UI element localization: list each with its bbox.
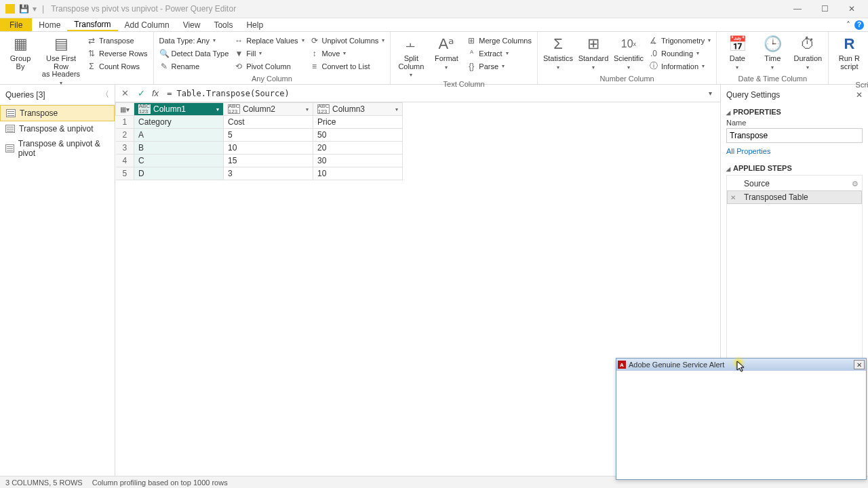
row-number[interactable]: 2	[116, 129, 134, 142]
tab-view[interactable]: View	[176, 18, 208, 31]
table-row[interactable]: 1CategoryCostPrice	[116, 116, 403, 129]
row-number[interactable]: 1	[116, 116, 134, 129]
parse-button[interactable]: {}Parse▾	[465, 60, 533, 72]
formula-expand-icon[interactable]: ▾	[705, 89, 716, 97]
rounding-button[interactable]: .0Rounding▾	[648, 47, 712, 59]
information-button[interactable]: ⓘInformation▾	[648, 60, 712, 72]
cell[interactable]: Cost	[224, 116, 313, 129]
cell[interactable]: 15	[224, 155, 313, 167]
tab-file[interactable]: File	[0, 18, 32, 31]
column-header[interactable]: ABC123Column3▾	[313, 103, 403, 116]
row-number[interactable]: 5	[116, 167, 134, 180]
use-first-row-button[interactable]: ▤ Use First Row as Headers ▾	[39, 33, 83, 87]
save-icon[interactable]: 💾	[19, 4, 28, 14]
tab-help[interactable]: Help	[239, 18, 270, 31]
close-button[interactable]: ✕	[838, 1, 865, 17]
queries-header[interactable]: Queries [3] 〈	[0, 85, 115, 105]
cell[interactable]: B	[134, 142, 224, 155]
formula-cancel-icon[interactable]: ✕	[119, 88, 130, 98]
replace-values-button[interactable]: ↔Replace Values▾	[233, 35, 305, 46]
popup-close-button[interactable]: ✕	[854, 360, 865, 369]
fx-icon[interactable]: fx	[152, 88, 159, 98]
query-item[interactable]: Transpose	[0, 105, 115, 121]
statistics-button[interactable]: ΣStatistics▾	[542, 33, 574, 72]
properties-header[interactable]: PROPERTIES	[726, 108, 863, 116]
run-r-button[interactable]: RRun R script	[833, 33, 865, 72]
tab-tools[interactable]: Tools	[207, 18, 239, 31]
query-item[interactable]: Transpose & unpivot	[0, 121, 115, 136]
minimize-button[interactable]: ―	[784, 1, 811, 17]
cell[interactable]: 30	[313, 155, 403, 167]
step-gear-icon[interactable]: ⚙	[852, 180, 859, 188]
applied-step[interactable]: ✕Transposed Table	[727, 190, 862, 204]
datatype-icon[interactable]: ABC123	[138, 104, 151, 114]
applied-steps-header[interactable]: APPLIED STEPS	[726, 164, 863, 172]
cell[interactable]: 50	[313, 129, 403, 142]
data-type-button[interactable]: Data Type: Any▾	[158, 35, 231, 46]
table-row[interactable]: 5D310	[116, 167, 403, 180]
fill-button[interactable]: ▼Fill▾	[233, 47, 305, 59]
cell[interactable]: A	[134, 129, 224, 142]
cell[interactable]: C	[134, 155, 224, 167]
cell[interactable]: 20	[313, 142, 403, 155]
step-label: Transposed Table	[744, 192, 808, 202]
move-button[interactable]: ↕Move▾	[309, 47, 387, 59]
merge-columns-button[interactable]: ⊞Merge Columns	[465, 35, 533, 46]
date-button[interactable]: 📅Date▾	[721, 33, 753, 72]
pivot-button[interactable]: ⟲Pivot Column	[233, 60, 305, 72]
column-filter-icon[interactable]: ▾	[395, 106, 398, 113]
column-header[interactable]: ABC123Column1▾	[134, 103, 224, 116]
rename-button[interactable]: ✎Rename	[158, 60, 231, 72]
column-header[interactable]: ABC123Column2▾	[224, 103, 313, 116]
collapse-ribbon-icon[interactable]: ˄	[846, 20, 850, 30]
collapse-queries-icon[interactable]: 〈	[101, 89, 109, 100]
convert-list-button[interactable]: ≡Convert to List	[309, 60, 387, 72]
cell[interactable]: 3	[224, 167, 313, 180]
tab-add-column[interactable]: Add Column	[118, 18, 176, 31]
standard-button[interactable]: ⊞Standard▾	[577, 33, 610, 72]
help-icon[interactable]: ?	[854, 20, 864, 30]
cell[interactable]: 5	[224, 129, 313, 142]
row-number[interactable]: 3	[116, 142, 134, 155]
close-settings-icon[interactable]: ✕	[856, 90, 863, 100]
column-filter-icon[interactable]: ▾	[306, 106, 309, 113]
datatype-icon[interactable]: ABC123	[317, 104, 330, 114]
column-filter-icon[interactable]: ▾	[216, 106, 219, 113]
time-button[interactable]: 🕒Time▾	[756, 33, 789, 72]
table-row[interactable]: 2A550	[116, 129, 403, 142]
popup-titlebar[interactable]: A Adobe Genuine Service Alert ✕	[616, 359, 866, 371]
formula-input[interactable]	[164, 87, 699, 100]
trigonometry-button[interactable]: ∡Trigonometry▾	[648, 35, 712, 46]
group-by-button[interactable]: ▦ Group By	[4, 33, 37, 72]
split-column-button[interactable]: ⫠Split Column▾	[395, 33, 427, 79]
all-properties-link[interactable]: All Properties	[726, 147, 770, 155]
tab-transform[interactable]: Transform	[67, 18, 117, 31]
applied-step[interactable]: Source⚙	[727, 177, 862, 190]
tab-home[interactable]: Home	[32, 18, 67, 31]
cell[interactable]: 10	[224, 142, 313, 155]
table-row[interactable]: 3B1020	[116, 142, 403, 155]
format-button[interactable]: AᵃFormat▾	[430, 33, 462, 72]
query-name-input[interactable]	[726, 128, 863, 143]
duration-button[interactable]: ⏱Duration▾	[791, 33, 824, 72]
data-grid[interactable]: ▦▾ABC123Column1▾ABC123Column2▾ABC123Colu…	[115, 102, 403, 180]
count-rows-button[interactable]: ΣCount Rows	[85, 60, 149, 72]
query-item[interactable]: Transpose & unpivot & pivot	[0, 136, 115, 161]
delete-step-icon[interactable]: ✕	[730, 194, 737, 201]
table-row[interactable]: 4C1530	[116, 155, 403, 167]
cell[interactable]: Price	[313, 116, 403, 129]
cell[interactable]: D	[134, 167, 224, 180]
row-number[interactable]: 4	[116, 155, 134, 167]
grid-corner[interactable]: ▦▾	[116, 103, 134, 116]
formula-commit-icon[interactable]: ✓	[136, 88, 146, 98]
reverse-rows-button[interactable]: ⇅Reverse Rows	[85, 47, 149, 59]
extract-button[interactable]: ᴬExtract▾	[465, 47, 533, 59]
transpose-button[interactable]: ⇄Transpose	[85, 35, 149, 46]
unpivot-button[interactable]: ⟳Unpivot Columns▾	[309, 35, 387, 46]
maximize-button[interactable]: ☐	[811, 1, 838, 17]
detect-type-button[interactable]: 🔍Detect Data Type	[158, 47, 231, 59]
cell[interactable]: Category	[134, 116, 224, 129]
scientific-button[interactable]: 10xScientific▾	[612, 33, 645, 72]
datatype-icon[interactable]: ABC123	[228, 104, 240, 114]
cell[interactable]: 10	[313, 167, 403, 180]
